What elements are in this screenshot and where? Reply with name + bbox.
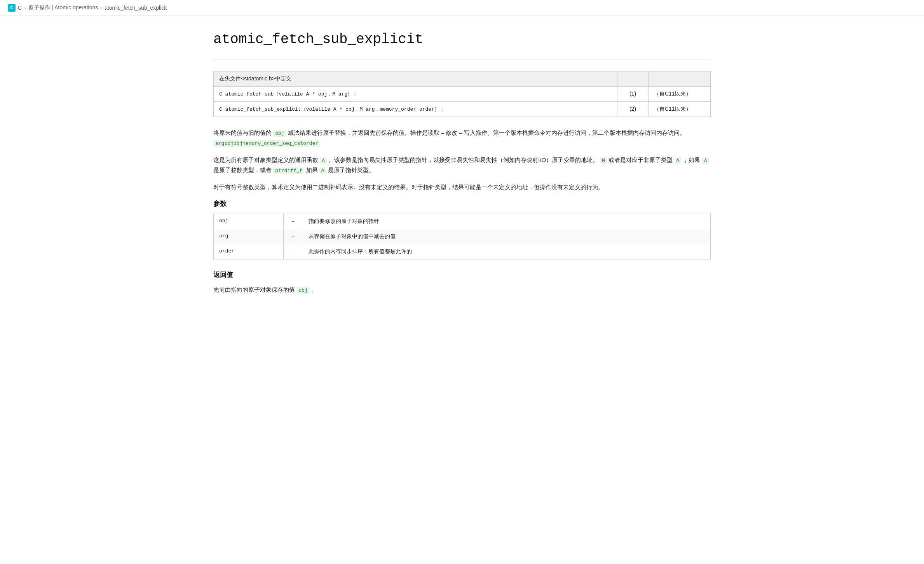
- decl-row-1: C atomic_fetch_sub（volatile A * obj，M ar…: [214, 87, 711, 102]
- decl-num-1: (1): [617, 87, 649, 102]
- param-row-arg: arg – 从存储在原子对象中的值中减去的值: [214, 229, 711, 244]
- breadcrumb-c-link[interactable]: C: [18, 5, 22, 11]
- desc-p1-obj-highlight: obj: [273, 130, 286, 137]
- decl-code-2: C atomic_fetch_sub_explicit（volatile A *…: [214, 102, 617, 117]
- desc-p2-text1: 这是为所有原子对象类型定义的通用函数: [213, 157, 318, 163]
- params-table: obj – 指向要修改的原子对象的指针 arg – 从存储在原子对象中的值中减去…: [213, 214, 711, 259]
- return-text-after: 。: [311, 286, 317, 293]
- desc-p2-text2: 。该参数是指向易失性原子类型的指针，以接受非易失性和易失性（例如内存映射I/O）…: [328, 157, 598, 163]
- param-sep-order: –: [284, 244, 303, 259]
- param-sep-obj: –: [284, 214, 303, 229]
- param-name-order: order: [214, 244, 284, 259]
- decl-note-2: （自C11以来）: [649, 102, 711, 117]
- params-heading: 参数: [213, 199, 711, 208]
- decl-note-1: （自C11以来）: [649, 87, 711, 102]
- param-desc-obj: 指向要修改的原子对象的指针: [303, 214, 711, 229]
- param-row-obj: obj – 指向要修改的原子对象的指针: [214, 214, 711, 229]
- desc-p2-A2-highlight: A: [675, 157, 682, 164]
- desc-p2-ptrdiff-highlight: ptrdiff_t: [273, 167, 304, 174]
- breadcrumb: C C › 原子操作 | Atomic operations › atomic_…: [0, 0, 924, 16]
- desc-p2-A4-highlight: A: [319, 167, 326, 174]
- breadcrumb-sep-1: ›: [24, 5, 26, 11]
- breadcrumb-sep-2: ›: [100, 5, 102, 11]
- description-para-1: 将原来的值与旧的值的 obj 减法结果进行原子替换，并返回先前保存的值。操作是读…: [213, 128, 711, 148]
- param-row-order: order – 此操作的内存同步排序：所有值都是允许的: [214, 244, 711, 259]
- breadcrumb-atomic-link[interactable]: 原子操作 | Atomic operations: [28, 4, 98, 11]
- page-title: atomic_fetch_sub_explicit: [213, 31, 711, 47]
- description-para-3: 对于有符号整数类型，算术定义为使用二进制补码表示。没有未定义的结果。对于指针类型…: [213, 182, 711, 192]
- desc-p1-text2: 减法结果进行原子替换，并返回先前保存的值。操作是读取 – 修改 – 写入操作。第…: [288, 129, 685, 136]
- param-desc-order: 此操作的内存同步排序：所有值都是允许的: [303, 244, 711, 259]
- desc-p2-text6: 如果: [306, 167, 318, 173]
- declaration-table: 在头文件<stdatomic.h>中定义 C atomic_fetch_sub（…: [213, 71, 711, 117]
- c-language-icon: C: [8, 4, 16, 12]
- desc-p2-text4: ，如果: [683, 157, 700, 163]
- desc-p2-text7: 是原子指针类型。: [328, 167, 375, 173]
- main-content: atomic_fetch_sub_explicit 在头文件<stdatomic…: [202, 16, 722, 325]
- desc-p2-text3: 或者是对应于非原子类型: [608, 157, 673, 163]
- param-sep-arg: –: [284, 229, 303, 244]
- decl-code-1: C atomic_fetch_sub（volatile A * obj，M ar…: [214, 87, 617, 102]
- decl-header-col1: 在头文件<stdatomic.h>中定义: [214, 71, 617, 87]
- decl-num-2: (2): [617, 102, 649, 117]
- desc-p2-A3-highlight: A: [702, 157, 709, 164]
- return-para: 先前由指向的原子对象保存的值 obj 。: [213, 285, 711, 295]
- desc-p1-argobj-highlight: argobjobjmemory_order_seq_cstorder: [213, 140, 320, 147]
- description-para-2: 这是为所有原子对象类型定义的通用函数 A 。该参数是指向易失性原子类型的指针，以…: [213, 155, 711, 175]
- desc-p2-M-highlight: M: [600, 157, 607, 164]
- return-obj-highlight: obj: [296, 287, 309, 294]
- param-name-arg: arg: [214, 229, 284, 244]
- param-desc-arg: 从存储在原子对象中的值中减去的值: [303, 229, 711, 244]
- decl-row-2: C atomic_fetch_sub_explicit（volatile A *…: [214, 102, 711, 117]
- desc-p1-text1: 将原来的值与旧的值的: [213, 129, 272, 136]
- desc-p2-text5: 是原子整数类型，或者: [213, 167, 272, 173]
- desc-p2-A1-highlight: A: [320, 157, 327, 164]
- title-divider: [213, 59, 711, 59]
- breadcrumb-current-page: atomic_fetch_sub_explicit: [105, 5, 167, 11]
- return-text-before: 先前由指向的原子对象保存的值: [213, 286, 295, 293]
- decl-header-col2: [617, 71, 649, 87]
- return-heading: 返回值: [213, 270, 711, 279]
- decl-header-col3: [649, 71, 711, 87]
- param-name-obj: obj: [214, 214, 284, 229]
